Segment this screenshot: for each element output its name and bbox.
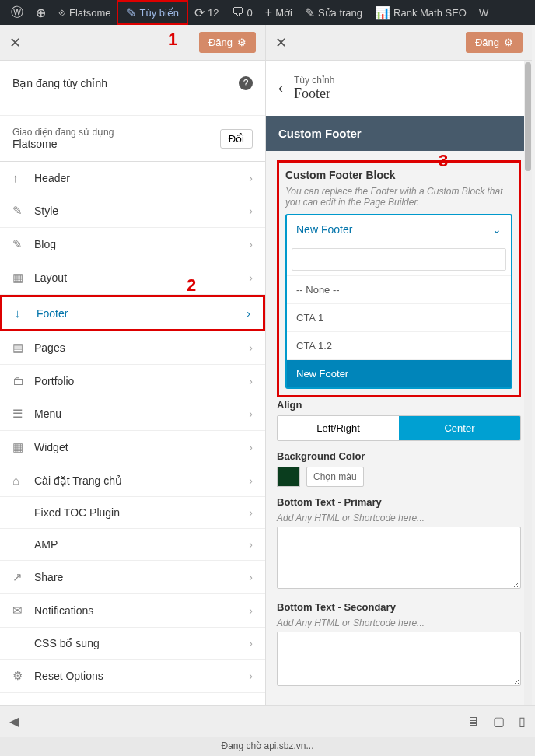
block-description: You can replace the Footer with a Custom… xyxy=(285,186,512,208)
customizing-row: Bạn đang tùy chỉnh ? xyxy=(0,61,265,106)
edit-label: Sửa trang xyxy=(318,7,362,19)
desktop-icon[interactable]: 🖥 xyxy=(467,715,479,729)
updates-link[interactable]: ⟳12 xyxy=(188,0,225,25)
close-button[interactable]: ✕ xyxy=(9,34,21,51)
flatsome-link[interactable]: ⟐Flatsome xyxy=(52,0,117,25)
rankmath-link[interactable]: 📊Rank Math SEO xyxy=(369,0,473,25)
menu-item-footer[interactable]: ↓Footer› xyxy=(0,295,265,331)
menu-item-menu[interactable]: ☰Menu› xyxy=(0,397,265,431)
menu-item-blog[interactable]: ✎Blog› xyxy=(0,228,265,261)
menu-label: CSS bổ sung xyxy=(34,637,100,649)
w-link[interactable]: W xyxy=(473,0,495,25)
menu-item-cài-đặt-trang-chủ[interactable]: ⌂Cài đặt Trang chủ› xyxy=(0,464,265,497)
select-option[interactable]: -- None -- xyxy=(287,275,511,303)
select-search-input[interactable] xyxy=(292,248,506,271)
site-icon[interactable]: ⊕ xyxy=(30,0,52,25)
custom-footer-block: Custom Footer Block You can replace the … xyxy=(277,160,521,397)
menu-item-notifications[interactable]: ✉Notifications› xyxy=(0,594,265,628)
menu-label: Portfolio xyxy=(34,375,74,387)
menu-item-widget[interactable]: ▦Widget› xyxy=(0,431,265,464)
menu-icon: ⌂ xyxy=(12,474,26,487)
menu-label: Reset Options xyxy=(34,670,103,682)
menu-item-portfolio[interactable]: 🗀Portfolio› xyxy=(0,365,265,397)
publish-button-right[interactable]: Đăng⚙ xyxy=(466,32,523,53)
menu-label: Pages xyxy=(34,341,65,354)
chevron-right-icon: › xyxy=(249,172,253,184)
publish-button[interactable]: Đăng⚙ xyxy=(199,32,256,53)
select-option[interactable]: New Footer xyxy=(287,359,511,387)
menu-icon: ⚙ xyxy=(12,669,26,683)
menu-icon: ✎ xyxy=(12,237,26,251)
menu-label: Blog xyxy=(34,238,56,250)
bottom-text-primary-input[interactable] xyxy=(277,527,521,589)
admin-bar: ⓦ ⊕ ⟐Flatsome ✎Tùy biến ⟳12 🗨0 +Mới ✎Sửa… xyxy=(0,0,535,25)
section-label: Custom Footer xyxy=(266,116,532,151)
customizer-sub-panel: ✕ Đăng⚙ ‹ Tùy chỉnh Footer Custom Footer… xyxy=(266,25,532,756)
back-button[interactable]: ‹ xyxy=(278,80,283,96)
scrollbar[interactable] xyxy=(524,61,532,756)
color-picker-row: Chọn màu xyxy=(277,467,521,487)
annotation-3: 3 xyxy=(439,151,448,171)
bottom-text-primary-desc: Add Any HTML or Shortcode here... xyxy=(277,513,521,523)
menu-item-reset-options[interactable]: ⚙Reset Options› xyxy=(0,660,265,693)
customize-link[interactable]: ✎Tùy biến xyxy=(117,0,188,25)
dashboard-icon: ⊕ xyxy=(36,5,46,20)
new-link[interactable]: +Mới xyxy=(259,0,299,25)
section-header: ‹ Tùy chỉnh Footer xyxy=(266,61,532,116)
align-left-button[interactable]: Left/Right xyxy=(278,416,399,440)
updates-count: 12 xyxy=(208,7,219,19)
comment-icon: 🗨 xyxy=(232,5,244,19)
mobile-icon[interactable]: ▯ xyxy=(519,714,526,729)
select-current[interactable]: New Footer ⌄ xyxy=(287,215,511,243)
align-center-button[interactable]: Center xyxy=(399,416,520,440)
menu-label: Cài đặt Trang chủ xyxy=(34,474,122,487)
menu-label: Widget xyxy=(34,441,68,453)
wordpress-icon: ⓦ xyxy=(11,5,23,21)
menu-item-header[interactable]: ↑Header› xyxy=(0,162,265,194)
select-value: New Footer xyxy=(296,223,352,236)
menu-item-fixed-toc-plugin[interactable]: Fixed TOC Plugin› xyxy=(0,497,265,529)
bottom-text-primary-label: Bottom Text - Primary xyxy=(277,496,521,508)
color-pick-button[interactable]: Chọn màu xyxy=(306,467,364,487)
section-title: Footer xyxy=(294,86,334,102)
menu-item-share[interactable]: ↗Share› xyxy=(0,561,265,594)
section-content: Custom Footer Block You can replace the … xyxy=(266,151,532,756)
menu-item-css-bổ-sung[interactable]: CSS bổ sung› xyxy=(0,628,265,660)
chevron-right-icon: › xyxy=(249,571,253,583)
menu-icon: ↗ xyxy=(12,570,26,584)
chevron-right-icon: › xyxy=(249,670,253,682)
scrollbar-thumb[interactable] xyxy=(525,62,531,171)
customizing-text: Bạn đang tùy chỉnh xyxy=(12,77,107,89)
chevron-right-icon: › xyxy=(247,307,250,320)
help-icon[interactable]: ? xyxy=(239,76,253,90)
close-button-right[interactable]: ✕ xyxy=(275,34,287,51)
select-option[interactable]: CTA 1 xyxy=(287,303,511,331)
annotation-1: 1 xyxy=(168,30,177,50)
color-swatch[interactable] xyxy=(277,467,300,487)
update-icon: ⟳ xyxy=(194,5,205,20)
menu-item-layout[interactable]: ▦Layout› xyxy=(0,261,265,295)
change-theme-button[interactable]: Đổi xyxy=(220,129,253,149)
menu-item-amp[interactable]: AMP› xyxy=(0,529,265,561)
menu-label: Share xyxy=(34,571,63,583)
theme-row: Giao diện đang sử dụng Flatsome Đổi xyxy=(0,115,265,162)
chevron-down-icon: ⌄ xyxy=(492,223,502,236)
chevron-right-icon: › xyxy=(249,238,253,250)
chevron-right-icon: › xyxy=(249,441,253,453)
wp-logo[interactable]: ⓦ xyxy=(5,0,30,25)
menu-item-pages[interactable]: ▤Pages› xyxy=(0,331,265,365)
comments-link[interactable]: 🗨0 xyxy=(226,0,259,25)
chart-icon: 📊 xyxy=(375,5,390,20)
chevron-right-icon: › xyxy=(249,205,253,217)
comments-count: 0 xyxy=(247,7,253,19)
edit-link[interactable]: ✎Sửa trang xyxy=(299,0,369,25)
bottom-text-secondary-input[interactable] xyxy=(277,632,521,686)
brush-icon: ✎ xyxy=(126,5,136,20)
menu-item-style[interactable]: ✎Style› xyxy=(0,194,265,228)
tablet-icon[interactable]: ▢ xyxy=(493,714,505,729)
collapse-icon[interactable]: ◀ xyxy=(9,714,19,729)
footer-block-select[interactable]: New Footer ⌄ -- None --CTA 1CTA 1.2New F… xyxy=(285,214,512,389)
select-option[interactable]: CTA 1.2 xyxy=(287,331,511,359)
publish-label-right: Đăng xyxy=(475,37,499,48)
menu-label: Layout xyxy=(34,271,67,284)
